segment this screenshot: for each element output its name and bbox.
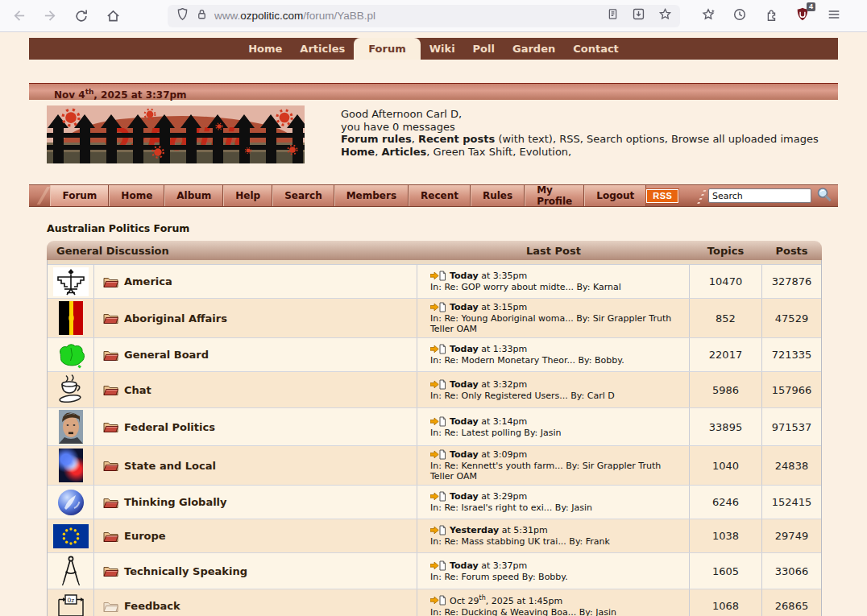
menu-item-help[interactable]: Help (223, 185, 272, 206)
last-post-detail: In: Re: Young Aboriginal woma... By: Sir… (430, 313, 682, 334)
posts-header: Posts (761, 245, 822, 257)
last-post-cell[interactable]: Oct 29th, 2025 at 1:45pmIn: Re: Ducking … (417, 589, 690, 616)
url-bar[interactable]: www.ozpolitic.com/forum/YaBB.pl (168, 5, 680, 27)
header-link[interactable]: Articles (381, 146, 426, 158)
last-post-detail: In: Re: Forum speed By: Bobby. (430, 572, 682, 582)
last-post-cell[interactable]: Today at 3:14pmIn: Re: Latest polling By… (417, 408, 690, 445)
site-tab-garden[interactable]: Garden (504, 38, 564, 60)
eu-flag-icon (48, 519, 94, 552)
posts-count: 33066 (762, 553, 821, 589)
menu-item-rules[interactable]: Rules (471, 185, 525, 206)
header-link[interactable]: Green Tax Shift (434, 146, 513, 158)
last-post-cell[interactable]: Today at 3:09pmIn: Re: Kennett's youth f… (417, 446, 690, 485)
board-link[interactable]: America (124, 275, 172, 287)
board-link[interactable]: Thinking Globally (124, 496, 227, 508)
board-link[interactable]: Feedback (124, 600, 180, 612)
back-icon[interactable] (10, 7, 27, 25)
board-link[interactable]: Chat (124, 384, 151, 396)
board-row: Federal PoliticsToday at 3:14pmIn: Re: L… (48, 408, 821, 446)
list-slant-icon (698, 188, 707, 204)
board-table: General Discussion Last Post Topics Post… (47, 241, 822, 616)
header-link[interactable]: (with text) (495, 133, 553, 145)
thunderbird-icon (48, 265, 94, 298)
last-post-cell[interactable]: Today at 3:37pmIn: Re: Forum speed By: B… (417, 553, 690, 589)
header-link[interactable]: RSS (559, 133, 580, 145)
board-link[interactable]: Europe (124, 530, 166, 542)
lastpost-arrow-page-icon (430, 302, 446, 312)
menu-item-recent[interactable]: Recent (409, 185, 471, 206)
board-link[interactable]: Technically Speaking (124, 565, 247, 577)
menu-item-search[interactable]: Search (272, 185, 334, 206)
board-row: EuropeYesterday at 5:31pmIn: Re: Mass st… (48, 519, 821, 553)
site-tab-articles[interactable]: Articles (291, 38, 354, 60)
extensions-puzzle-icon[interactable] (764, 7, 778, 25)
shield-icon[interactable] (176, 7, 189, 24)
board-row: 0zFeedbackOct 29th, 2025 at 1:45pmIn: Re… (48, 589, 821, 616)
greeting-line: Good Afternoon Carl D, (341, 108, 819, 121)
category-header[interactable]: General Discussion (47, 245, 417, 257)
menu-item-home[interactable]: Home (109, 185, 164, 206)
header-text: , (426, 146, 433, 158)
last-post-detail: In: Re: Only Registered Users... By: Car… (430, 391, 682, 401)
lastpost-arrow-page-icon (430, 595, 446, 606)
last-post-cell[interactable]: Today at 3:32pmIn: Re: Only Registered U… (417, 372, 690, 407)
lastpost-arrow-page-icon (430, 344, 446, 354)
menu-hamburger-icon[interactable] (827, 7, 841, 25)
search-input[interactable] (708, 188, 811, 203)
header-text: , (580, 133, 587, 145)
topics-count: 1068 (690, 589, 762, 616)
menu-item-forum[interactable]: Forum (50, 185, 109, 206)
history-clock-icon[interactable] (732, 7, 747, 25)
forward-icon[interactable] (41, 7, 59, 25)
header-link[interactable]: Evolution (519, 146, 568, 158)
last-post-cell[interactable]: Today at 3:35pmIn: Re: GOP worry about m… (417, 265, 690, 298)
last-post-cell[interactable]: Today at 1:33pmIn: Re: Modern Monetary T… (417, 338, 690, 371)
lock-icon[interactable] (196, 7, 208, 24)
folder-old-icon (103, 601, 118, 612)
menu-item-members[interactable]: Members (334, 185, 409, 206)
header-link[interactable]: Forum rules (341, 133, 412, 145)
rss-badge[interactable]: RSS (646, 189, 678, 203)
header-link[interactable]: Search options (587, 133, 665, 145)
folder-new-icon (103, 460, 118, 471)
posts-count: 24838 (762, 446, 821, 485)
browser-toolbar: www.ozpolitic.com/forum/YaBB.pl 4 (0, 0, 867, 32)
reload-icon[interactable] (73, 7, 90, 25)
starred-pages-icon[interactable] (701, 7, 716, 25)
svg-text:0z: 0z (67, 596, 74, 603)
header-link[interactable]: Browse all uploaded images (671, 133, 819, 145)
posts-count: 26865 (762, 589, 821, 616)
aboriginal-flag-icon (48, 299, 94, 337)
board-link[interactable]: General Board (124, 349, 209, 361)
site-tab-home[interactable]: Home (239, 38, 291, 60)
board-link[interactable]: Aboriginal Affairs (124, 312, 227, 325)
ozpolitic-logo[interactable]: OzPolitic (47, 105, 305, 163)
board-link[interactable]: Federal Politics (124, 421, 215, 433)
reader-mode-icon[interactable] (607, 7, 619, 24)
date-bar: Nov 4th, 2025 at 3:37pm (29, 83, 838, 100)
topics-count: 5986 (690, 372, 762, 407)
site-tab-wiki[interactable]: Wiki (421, 38, 464, 60)
menu-item-album[interactable]: Album (164, 185, 223, 206)
topics-count: 1040 (690, 446, 762, 485)
last-post-cell[interactable]: Today at 3:15pmIn: Re: Young Aboriginal … (417, 299, 690, 337)
save-page-icon[interactable] (632, 7, 645, 24)
ublock-shield-icon[interactable]: 4 (795, 6, 810, 25)
search-magnifier-icon[interactable] (816, 187, 832, 205)
board-row: State and LocalToday at 3:09pmIn: Re: Ke… (48, 446, 821, 486)
site-tab-contact[interactable]: Contact (564, 38, 628, 60)
header-text: , (568, 146, 571, 158)
last-post-cell[interactable]: Yesterday at 5:31pmIn: Re: Mass stabbing… (417, 519, 690, 552)
header-link[interactable]: Recent posts (418, 133, 495, 145)
site-tab-forum[interactable]: Forum (354, 38, 421, 60)
bookmark-star-icon[interactable] (658, 7, 672, 24)
header-link[interactable]: Home (341, 146, 375, 158)
board-link[interactable]: State and Local (124, 460, 216, 472)
home-icon[interactable] (104, 7, 122, 25)
menu-item-logout[interactable]: Logout (584, 185, 646, 206)
site-tab-poll[interactable]: Poll (464, 38, 504, 60)
menu-item-my-profile[interactable]: My Profile (525, 185, 584, 206)
last-post-detail: In: Re: GOP worry about midte... By: Kar… (430, 282, 682, 292)
last-post-cell[interactable]: Today at 3:29pmIn: Re: Israel's right to… (417, 486, 690, 519)
board-row: ChatToday at 3:32pmIn: Re: Only Register… (48, 372, 821, 408)
